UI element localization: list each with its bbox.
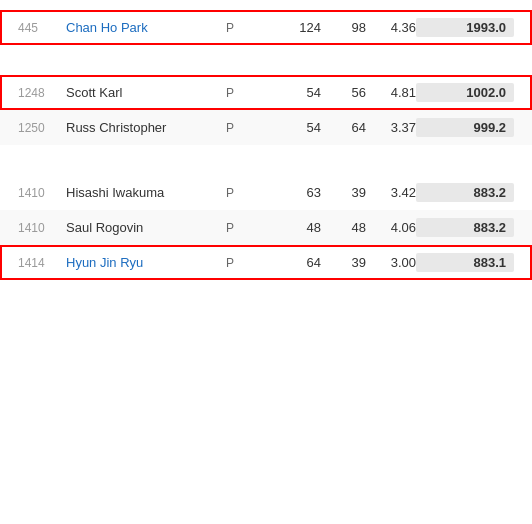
row-hisashi-iwakuma: 1410Hisashi IwakumaP63393.42883.2: [0, 175, 532, 210]
stat1-1: 54: [266, 85, 321, 100]
score-5: 883.1: [416, 253, 514, 272]
rank-0: 445: [18, 21, 66, 35]
rank-2: 1250: [18, 121, 66, 135]
rank-5: 1414: [18, 256, 66, 270]
position-4: P: [226, 221, 266, 235]
stat1-5: 64: [266, 255, 321, 270]
stat2-3: 39: [321, 185, 366, 200]
player-table: 445Chan Ho ParkP124984.361993.01248Scott…: [0, 10, 532, 280]
player-name-3: Hisashi Iwakuma: [66, 185, 226, 200]
row-saul-rogovin: 1410Saul RogovinP48484.06883.2: [0, 210, 532, 245]
rank-3: 1410: [18, 186, 66, 200]
position-0: P: [226, 21, 266, 35]
score-2: 999.2: [416, 118, 514, 137]
player-name-1: Scott Karl: [66, 85, 226, 100]
stat3-1: 4.81: [366, 85, 416, 100]
player-name-5[interactable]: Hyun Jin Ryu: [66, 255, 226, 270]
stat1-0: 124: [266, 20, 321, 35]
row-scott-karl: 1248Scott KarlP54564.811002.0: [0, 75, 532, 110]
score-4: 883.2: [416, 218, 514, 237]
position-3: P: [226, 186, 266, 200]
stat1-3: 63: [266, 185, 321, 200]
spacer-0: [0, 45, 532, 75]
position-5: P: [226, 256, 266, 270]
stat2-1: 56: [321, 85, 366, 100]
player-name-2: Russ Christopher: [66, 120, 226, 135]
row-hyun-jin-ryu: 1414Hyun Jin RyuP64393.00883.1: [0, 245, 532, 280]
stat3-3: 3.42: [366, 185, 416, 200]
rank-4: 1410: [18, 221, 66, 235]
spacer-2: [0, 145, 532, 175]
row-russ-christopher: 1250Russ ChristopherP54643.37999.2: [0, 110, 532, 145]
stat3-0: 4.36: [366, 20, 416, 35]
player-name-0[interactable]: Chan Ho Park: [66, 20, 226, 35]
score-3: 883.2: [416, 183, 514, 202]
stat2-2: 64: [321, 120, 366, 135]
stat3-5: 3.00: [366, 255, 416, 270]
score-1: 1002.0: [416, 83, 514, 102]
position-1: P: [226, 86, 266, 100]
stat3-4: 4.06: [366, 220, 416, 235]
stat2-4: 48: [321, 220, 366, 235]
stat1-2: 54: [266, 120, 321, 135]
stat1-4: 48: [266, 220, 321, 235]
score-0: 1993.0: [416, 18, 514, 37]
stat2-0: 98: [321, 20, 366, 35]
rank-1: 1248: [18, 86, 66, 100]
stat2-5: 39: [321, 255, 366, 270]
position-2: P: [226, 121, 266, 135]
stat3-2: 3.37: [366, 120, 416, 135]
player-name-4: Saul Rogovin: [66, 220, 226, 235]
row-chan-ho-park: 445Chan Ho ParkP124984.361993.0: [0, 10, 532, 45]
